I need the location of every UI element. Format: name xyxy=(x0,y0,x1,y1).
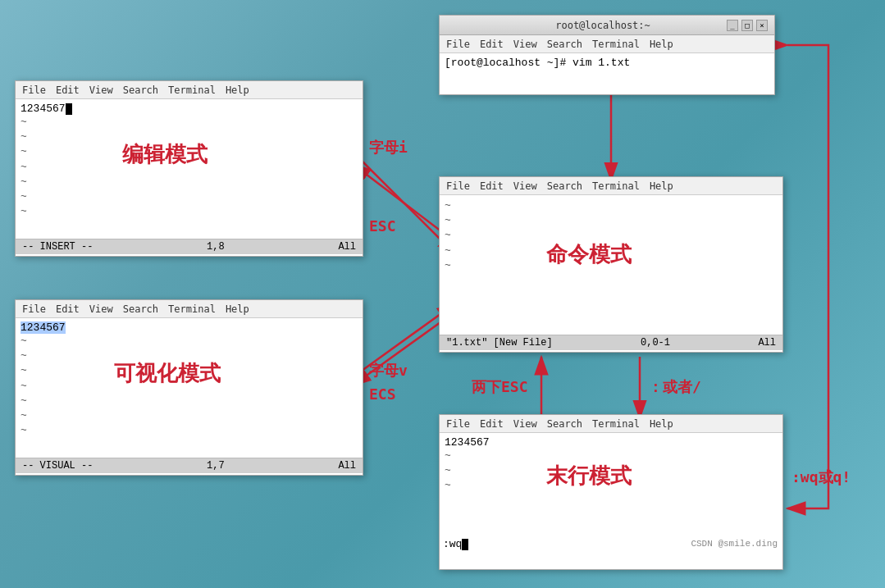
insert-mode-window: File Edit View Search Terminal Help 1234… xyxy=(15,80,363,257)
command-status-pos: 0,0-1 xyxy=(641,337,670,349)
menu-view[interactable]: View xyxy=(513,39,537,50)
menu-search[interactable]: Search xyxy=(123,84,158,96)
top-terminal-menubar: File Edit View Search Terminal Help xyxy=(440,35,774,53)
top-terminal-titlebar: root@localhost:~ _ □ × xyxy=(440,16,774,35)
menu-file[interactable]: File xyxy=(446,180,470,192)
command-mode-content: ~ ~ ~ ~ ~ 命令模式 xyxy=(440,195,782,335)
top-terminal-controls: _ □ × xyxy=(727,20,768,31)
insert-mode-content: 1234567 ~ ~ ~ ~ ~ ~ ~ 编辑模式 xyxy=(16,99,363,239)
insert-status-pos: 1,8 xyxy=(207,241,225,253)
menu-help[interactable]: Help xyxy=(226,84,249,96)
insert-content-line: 1234567 xyxy=(21,103,358,115)
letter-i-label: 字母i xyxy=(369,138,408,157)
visual-status-mode: -- VISUAL -- xyxy=(22,460,93,472)
insert-status-scroll: All xyxy=(338,241,356,253)
menu-search[interactable]: Search xyxy=(547,39,582,50)
command-menubar: File Edit View Search Terminal Help xyxy=(440,177,782,195)
menu-file[interactable]: File xyxy=(22,303,46,315)
lastline-command-area: :wq xyxy=(443,538,468,550)
menu-help[interactable]: Help xyxy=(650,39,673,50)
command-status-file: "1.txt" [New File] xyxy=(446,337,553,349)
menu-search[interactable]: Search xyxy=(547,180,582,192)
command-status-scroll: All xyxy=(758,337,776,349)
command-mode-window: File Edit View Search Terminal Help ~ ~ … xyxy=(439,176,783,353)
lastline-mode-window: File Edit View Search Terminal Help 1234… xyxy=(439,414,783,570)
text-cursor xyxy=(66,103,72,115)
menu-edit[interactable]: Edit xyxy=(56,84,80,96)
top-terminal-window: root@localhost:~ _ □ × File Edit View Se… xyxy=(439,15,775,95)
colon-or-slash-label: ：或者/ xyxy=(648,377,701,397)
insert-mode-label: 编辑模式 xyxy=(122,140,208,169)
esc-label: ESC xyxy=(369,217,396,235)
insert-menubar: File Edit View Search Terminal Help xyxy=(16,81,363,99)
lastline-mode-content: 1234567 ~ ~ ~ 末行模式 :wq CSDN @smile.ding xyxy=(440,433,782,552)
insert-status-mode: -- INSERT -- xyxy=(22,241,93,253)
menu-view[interactable]: View xyxy=(89,84,113,96)
menu-terminal[interactable]: Terminal xyxy=(592,180,640,192)
top-terminal-command: [root@localhost ~]# vim 1.txt xyxy=(445,57,630,69)
visual-content-line: 1234567 xyxy=(21,321,358,334)
visual-status-pos: 1,7 xyxy=(207,460,225,472)
lastline-cursor xyxy=(462,539,468,550)
watermark: CSDN @smile.ding xyxy=(691,539,778,549)
menu-help[interactable]: Help xyxy=(650,418,673,430)
visual-status-scroll: All xyxy=(338,460,356,472)
menu-edit[interactable]: Edit xyxy=(480,39,504,50)
lastline-command-input: :wq xyxy=(443,538,462,550)
menu-view[interactable]: View xyxy=(513,180,537,192)
close-button[interactable]: × xyxy=(756,20,768,31)
top-terminal-content: [root@localhost ~]# vim 1.txt xyxy=(440,53,774,94)
command-statusbar: "1.txt" [New File] 0,0-1 All xyxy=(440,335,782,350)
menu-search[interactable]: Search xyxy=(547,418,582,430)
minimize-button[interactable]: _ xyxy=(727,20,738,31)
lastline-content-line: 1234567 xyxy=(445,436,778,449)
command-mode-label: 命令模式 xyxy=(546,240,632,269)
visual-mode-label: 可视化模式 xyxy=(114,359,221,388)
menu-terminal[interactable]: Terminal xyxy=(592,418,640,430)
top-terminal-title: root@localhost:~ xyxy=(479,20,727,31)
menu-terminal[interactable]: Terminal xyxy=(168,84,216,96)
two-esc-label: 两下ESC xyxy=(472,377,528,397)
menu-help[interactable]: Help xyxy=(226,303,249,315)
letter-v-label: 字母v xyxy=(369,361,408,381)
lastline-menubar: File Edit View Search Terminal Help xyxy=(440,415,782,433)
visual-menubar: File Edit View Search Terminal Help xyxy=(16,300,363,318)
menu-edit[interactable]: Edit xyxy=(480,418,504,430)
menu-file[interactable]: File xyxy=(446,39,470,50)
ecs-label: ECS xyxy=(369,385,396,403)
menu-file[interactable]: File xyxy=(22,84,46,96)
menu-edit[interactable]: Edit xyxy=(56,303,80,315)
menu-edit[interactable]: Edit xyxy=(480,180,504,192)
visual-statusbar: -- VISUAL -- 1,7 All xyxy=(16,458,363,473)
menu-terminal[interactable]: Terminal xyxy=(168,303,216,315)
visual-mode-content: 1234567 ~ ~ ~ ~ ~ ~ ~ 可视化模式 xyxy=(16,318,363,458)
menu-view[interactable]: View xyxy=(513,418,537,430)
wq-or-q-label: :wq或q! xyxy=(791,467,851,487)
menu-view[interactable]: View xyxy=(89,303,113,315)
menu-terminal[interactable]: Terminal xyxy=(592,39,640,50)
menu-file[interactable]: File xyxy=(446,418,470,430)
maximize-button[interactable]: □ xyxy=(741,20,753,31)
menu-help[interactable]: Help xyxy=(650,180,673,192)
menu-search[interactable]: Search xyxy=(123,303,158,315)
insert-statusbar: -- INSERT -- 1,8 All xyxy=(16,239,363,254)
visual-mode-window: File Edit View Search Terminal Help 1234… xyxy=(15,299,363,476)
lastline-mode-label: 末行模式 xyxy=(546,462,632,490)
